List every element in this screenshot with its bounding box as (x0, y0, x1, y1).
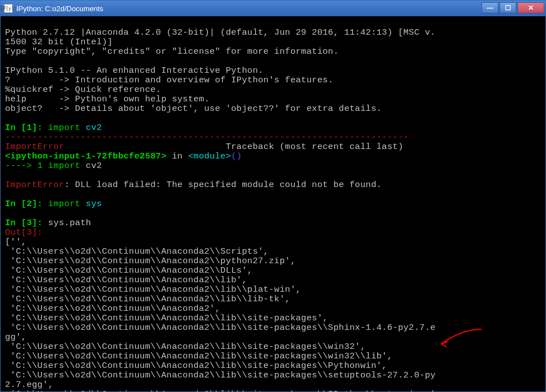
titlebar[interactable]: IP[y]: IPython: C:o2d/Documents — ☐ ✕ (1, 1, 545, 16)
terminal-body[interactable]: Python 2.7.12 |Anaconda 4.2.0 (32-bit)| … (1, 16, 545, 391)
in-prompt: In [2]: (5, 199, 48, 209)
banner-line: IPython 5.1.0 -- An enhanced Interactive… (5, 66, 263, 76)
in-prompt: In [1]: (5, 123, 48, 133)
traceback-sep: ----------------------------------------… (5, 132, 409, 142)
frame-parens: () (231, 151, 242, 161)
window-title: IPython: C:o2d/Documents (16, 4, 480, 13)
in-module: cv2 (86, 123, 102, 133)
banner-line: %quickref -> Quick reference. (5, 85, 161, 95)
exc-name: ImportError (5, 142, 64, 152)
banner-line: Type "copyright", "credits" or "license"… (5, 46, 339, 57)
in-prompt: In [3]: (5, 218, 48, 228)
frame-mod: cv2 (86, 161, 102, 171)
frame-in: in (166, 151, 188, 161)
maximize-button[interactable]: ☐ (499, 2, 516, 13)
banner-line: help -> Python's own help system. (5, 94, 210, 104)
close-button[interactable]: ✕ (517, 2, 544, 13)
ipython-icon: IP[y]: (4, 4, 13, 13)
exc-name: ImportError (5, 180, 64, 190)
console-window: IP[y]: IPython: C:o2d/Documents — ☐ ✕ Py… (0, 0, 546, 392)
window-buttons: — ☐ ✕ (480, 2, 544, 15)
in-code: sys.path (48, 218, 91, 228)
banner-line: 1500 32 bit (Intel)] (5, 37, 113, 47)
minimize-button[interactable]: — (482, 2, 498, 13)
in-module: sys (86, 199, 102, 209)
syspath-output: ['', 'C:\\Users\\o2d\\Continuum\\Anacond… (5, 237, 436, 391)
frame-func: <module> (188, 151, 231, 161)
banner-line: object? -> Details about 'object', use '… (5, 104, 382, 114)
exc-msg: : DLL load failed: The specified module … (64, 180, 382, 190)
banner-line: ? -> Introduction and overview of IPytho… (5, 75, 334, 85)
banner-line: Python 2.7.12 |Anaconda 4.2.0 (32-bit)| … (5, 27, 436, 38)
out-prompt: Out[3]: (5, 227, 43, 237)
in-keyword: import (48, 123, 86, 133)
frame-kw: import (48, 161, 86, 171)
frame-file: <ipython-input-1-72fbbcfe2587> (5, 151, 166, 161)
traceback-head: Traceback (most recent call last) (64, 142, 404, 152)
in-keyword: import (48, 199, 86, 209)
frame-arrow: ----> 1 (5, 161, 48, 171)
